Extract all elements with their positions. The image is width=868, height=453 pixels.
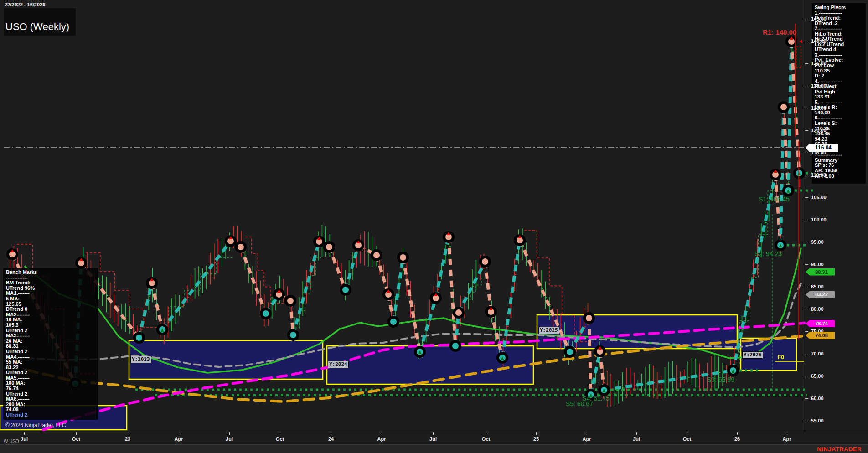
swing-up-segment <box>502 240 520 358</box>
swing-up-segment <box>293 242 319 335</box>
pivot-high-marker <box>398 253 408 262</box>
price-tick <box>805 130 808 131</box>
time-tick-label: 25 <box>533 436 539 442</box>
time-tick-label: Apr <box>377 436 386 442</box>
time-tick-label: 23 <box>125 436 130 442</box>
price-tick <box>805 354 808 354</box>
r1-resistance-label: R1: 140.00 <box>763 28 796 36</box>
time-tick-label: Apr <box>175 436 183 442</box>
year-range-label[interactable]: Y:2024 <box>328 361 349 368</box>
support-level-label: S1: 106.45 <box>759 196 790 203</box>
hilo-up-step-line <box>169 257 232 323</box>
price-tick-label: 110.00 <box>811 172 826 178</box>
bench-marks-panel: Bench Marks-------------BM Trend:UTrend … <box>3 268 98 420</box>
date-range-label: 22/2022 - 16/2026 <box>5 2 45 7</box>
price-tick <box>805 63 808 64</box>
bench-marks-line: 105.3 <box>6 323 95 328</box>
year-range-label[interactable]: Y:2026 <box>742 351 763 359</box>
price-tick <box>805 220 808 220</box>
time-tick <box>536 432 537 435</box>
ninjatrader-chart-window: R1: 140.00S1: 106.45S2: 94.23S3: 65.99S4… <box>0 0 868 453</box>
ma-price-tag: 76.74 <box>806 320 835 327</box>
swing-down-segment <box>449 237 455 346</box>
price-tick <box>805 264 808 265</box>
f0-forecast-label: F0 <box>778 354 784 360</box>
time-tick <box>179 432 179 435</box>
swing-down-segment <box>589 318 591 395</box>
swing-up-segment <box>788 41 791 190</box>
year-range-label[interactable]: Y:2023 <box>130 356 151 363</box>
ma-price-tag: 88.31 <box>806 268 835 276</box>
swing-down-segment <box>152 283 162 329</box>
year-range-label[interactable]: Y:2025 <box>538 327 559 334</box>
time-tick-label: Jul <box>633 436 640 442</box>
time-tick <box>486 432 486 435</box>
time-tick-label: Oct <box>482 436 490 442</box>
price-tick-label: 95.00 <box>811 239 824 245</box>
bench-marks-line: 55 MA: <box>6 360 95 365</box>
price-tick <box>805 376 808 376</box>
pivot-high-marker <box>584 314 594 323</box>
chart-title-text: USO (Weekly) <box>5 21 69 33</box>
pivot-high-marker <box>286 296 295 305</box>
status-bar: W USO NINJATRADER <box>0 444 868 453</box>
pivot-low-marker <box>451 341 460 350</box>
bench-marks-line: UTrend 2 <box>6 349 95 355</box>
bench-marks-line: 200 MA: <box>6 402 95 407</box>
time-tick <box>24 432 25 435</box>
series-status-label: W USO <box>4 439 19 444</box>
price-tick-label: 105.00 <box>811 195 827 200</box>
price-tick <box>805 197 808 198</box>
pivot-high-marker <box>325 242 334 252</box>
bench-marks-line: DTrend 0 <box>6 307 95 312</box>
price-tick <box>805 108 808 108</box>
price-tick-label: 135.00 <box>811 61 827 66</box>
pivot-high-marker <box>779 103 788 112</box>
pivot-high-marker <box>236 242 245 252</box>
time-tick-label: Jul <box>226 436 233 442</box>
time-tick <box>433 432 434 435</box>
pivot-low-marker <box>565 347 574 356</box>
pivot-low-marker <box>341 285 350 294</box>
swing-down-segment <box>377 255 388 294</box>
bench-marks-line: MA3.------- <box>6 333 95 339</box>
bench-marks-line: Bench Marks <box>6 270 95 275</box>
price-tick <box>805 287 808 287</box>
pivot-low-marker <box>289 330 298 340</box>
pivot-low-marker <box>261 309 270 318</box>
swing-down-segment <box>329 247 346 290</box>
support-level-label: S2: 94.23 <box>754 250 782 257</box>
price-tick-label: 140.00 <box>811 38 827 44</box>
price-tick <box>805 242 808 242</box>
price-axis[interactable]: 145.00140.00135.00130.00125.00120.00115.… <box>805 0 868 432</box>
price-tick <box>805 19 808 19</box>
chart-title: USO (Weekly) <box>4 8 76 36</box>
time-axis[interactable]: JulOct23AprJulOct24AprJulOct25AprJulOct2… <box>0 432 868 445</box>
bench-marks-line: 10 MA: <box>6 317 95 323</box>
price-chart-canvas[interactable]: R1: 140.00S1: 106.45S2: 94.23S3: 65.99S4… <box>0 0 868 453</box>
time-tick <box>587 432 587 435</box>
price-tick <box>805 175 808 175</box>
bench-marks-line: 5 MA: <box>6 296 95 302</box>
time-tick <box>737 432 738 435</box>
time-tick <box>229 432 230 435</box>
price-tick-label: 70.00 <box>811 351 824 356</box>
time-tick-label: Oct <box>683 436 691 442</box>
time-tick-label: Jul <box>429 436 437 442</box>
price-tick <box>805 331 808 332</box>
price-tick-label: 55.00 <box>811 418 824 423</box>
time-tick-label: Apr <box>783 436 791 442</box>
time-tick-label: Oct <box>72 436 80 442</box>
swing-down-segment <box>241 247 266 314</box>
bench-marks-line: 100 MA: <box>6 381 95 386</box>
price-tick-label: 85.00 <box>811 284 824 289</box>
time-tick <box>687 432 687 435</box>
support-level-label: S5: 60.67 <box>566 400 593 407</box>
time-tick <box>280 432 280 435</box>
price-tick <box>805 309 808 309</box>
price-tick-label: 100.00 <box>811 217 827 222</box>
swing-up-segment <box>393 257 403 322</box>
time-tick-label: Oct <box>276 436 284 442</box>
price-tick-label: 65.00 <box>811 373 824 379</box>
time-tick-label: Apr <box>583 436 591 442</box>
